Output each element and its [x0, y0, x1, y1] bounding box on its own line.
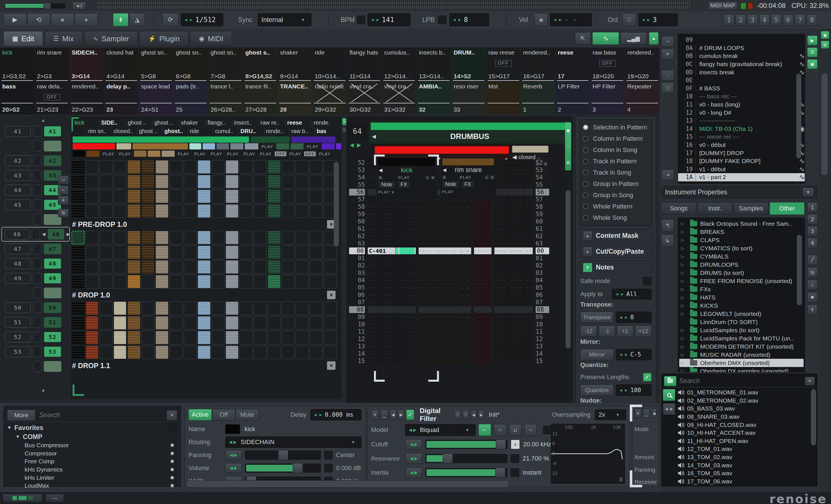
matrix-cell[interactable] — [198, 160, 210, 174]
track-routing[interactable]: 3 — [593, 106, 596, 113]
dsp-chain-scrollbar[interactable] — [187, 480, 509, 487]
instrument-row[interactable]: 14 MIDI: TB-03 (Cha 1) ◉ — [678, 125, 805, 133]
matrix-cell[interactable] — [127, 301, 141, 315]
view-tab[interactable]: ∿Sampler — [84, 31, 138, 46]
sequence-mute-checkbox[interactable] — [33, 170, 41, 181]
matrix-track-name[interactable]: ghost .. — [152, 119, 179, 126]
matrix-cell[interactable] — [254, 331, 267, 345]
graph-menu-icon[interactable]: ☰ — [619, 477, 623, 482]
matrix-cell[interactable] — [99, 260, 113, 274]
octave-button[interactable]: 1 — [724, 14, 734, 26]
track-routing[interactable]: 4>G14 — [107, 73, 125, 80]
routing-dropdown[interactable]: ◀ ▶SIDECHAIN▼ — [225, 437, 362, 448]
matrix-cell[interactable] — [114, 260, 126, 274]
matrix-cell[interactable] — [170, 245, 182, 259]
matrix-cell[interactable] — [226, 275, 238, 289]
fx-cell[interactable] — [474, 350, 491, 357]
instrument-row[interactable]: 10 --- bass rec --- — [678, 92, 805, 100]
octave-button[interactable]: 7 — [795, 14, 805, 26]
section-close-icon[interactable]: × — [327, 291, 336, 299]
matrix-cell[interactable] — [155, 260, 169, 274]
matrix-cell[interactable] — [268, 316, 281, 330]
expander-arrow-icon[interactable]: ▼ — [7, 425, 11, 430]
folder-row[interactable]: ▷ Oberheim DMX (unsorted) — [679, 359, 804, 367]
matrix-cell[interactable] — [240, 204, 253, 218]
matrix-cell[interactable] — [212, 189, 225, 203]
scope-option[interactable]: Column in Song — [583, 146, 649, 154]
add-column-icon[interactable]: + — [378, 175, 383, 180]
preserve-lengths-checkbox[interactable]: ✓ — [643, 373, 652, 381]
pattern-row[interactable]: 62 62 — [349, 233, 570, 240]
matrix-track-name[interactable]: rim sn.. — [86, 128, 112, 135]
view-tab[interactable]: ▦Edit — [3, 31, 43, 46]
matrix-cell[interactable] — [170, 175, 182, 188]
closed-hat-note-cell[interactable] — [494, 306, 533, 313]
instrument-small-view-button[interactable]: ▫ — [661, 70, 674, 81]
matrix-cell[interactable] — [155, 245, 169, 259]
matrix-track-name[interactable]: ghost .. — [126, 119, 152, 126]
closed-hat-note-cell[interactable] — [494, 269, 533, 276]
pattern-row[interactable]: 07 07 — [349, 299, 570, 306]
matrix-cell[interactable] — [282, 160, 295, 174]
pattern-row[interactable]: 04 04 — [349, 276, 570, 284]
matrix-cell[interactable] — [170, 346, 182, 359]
track-play-label[interactable]: PLAY — [258, 151, 273, 156]
model-dropdown[interactable]: ◀ ▶Biquad▼ — [405, 424, 476, 436]
expander-arrow-icon[interactable]: ▷ — [681, 303, 687, 308]
matrix-cell[interactable] — [212, 346, 225, 359]
sequence-position-button[interactable]: 51 — [5, 317, 31, 328]
track-delay-stepper[interactable]: ◀▶0.000 ms — [310, 409, 362, 420]
matrix-cell[interactable] — [212, 245, 225, 259]
track-color-chip[interactable] — [230, 143, 243, 149]
sequence-mute-checkbox[interactable] — [33, 302, 41, 313]
pattern-row[interactable]: 15 15 — [349, 357, 570, 365]
fx-cell[interactable] — [474, 336, 491, 343]
preset-name[interactable]: Init* — [489, 411, 499, 418]
pattern-length-inc[interactable]: ▶ — [357, 142, 361, 148]
matrix-cell[interactable] — [155, 346, 169, 359]
track-routing[interactable]: 7>G8 — [210, 73, 225, 80]
instrument-large-view-button[interactable]: ▢ — [661, 83, 674, 93]
scope-option[interactable]: Whole Song — [583, 214, 649, 221]
editor-side-toolbar[interactable]: ▣⇔▤ — [565, 122, 571, 170]
rim-snare-note-cell[interactable] — [419, 328, 471, 335]
sequencer-row[interactable]: ◀ ▶ — [1, 286, 70, 300]
section-title[interactable]: # DROP 1.1 — [72, 362, 110, 370]
matrix-cell[interactable] — [282, 260, 295, 274]
matrix-cell[interactable] — [71, 231, 85, 244]
home-icon[interactable]: ⌂ — [807, 280, 818, 290]
search-icon[interactable] — [663, 389, 675, 401]
lower-panel-toggle[interactable]: ▤ — [821, 41, 829, 49]
expander-arrow-icon[interactable]: ▷ — [681, 229, 687, 235]
matrix-cell[interactable] — [99, 245, 113, 259]
matrix-cell[interactable] — [282, 301, 295, 315]
sequencer-row[interactable]: 48 ◀ 48 ▶ — [1, 256, 70, 271]
master-volume-slider[interactable] — [4, 3, 65, 8]
matrix-cell[interactable] — [296, 160, 309, 174]
matrix-track-name[interactable]: cumul.. — [213, 128, 238, 135]
track-header[interactable]: rendered.. 22>G23 — [69, 81, 104, 115]
expander-arrow-icon[interactable]: ▷ — [681, 369, 687, 373]
oversampling-dropdown[interactable]: 2x▼ — [595, 409, 626, 420]
track-routing[interactable]: 32 — [419, 106, 425, 113]
instrument-row[interactable]: 12 v0 - long D# ∿ — [678, 109, 805, 117]
device-close-button[interactable]: × — [371, 410, 379, 420]
closed-hat-note-cell[interactable] — [494, 350, 533, 357]
matrix-cell[interactable] — [86, 160, 98, 174]
folder-row[interactable]: ▷ KICKS — [679, 301, 804, 309]
matrix-cell[interactable] — [254, 346, 267, 359]
closed-hat-note-cell[interactable] — [494, 218, 533, 225]
track-off-button[interactable]: Off — [212, 409, 235, 420]
fx-column-label[interactable]: FX — [461, 181, 474, 188]
fx-cell[interactable] — [474, 358, 491, 364]
instrument-unselect-button[interactable]: − — [661, 36, 674, 47]
kick-note-cell[interactable] — [368, 240, 416, 247]
track-header[interactable]: trance fil.. 27>G28 — [243, 81, 278, 115]
pattern-row[interactable]: 59 59 — [349, 210, 570, 218]
matrix-cell[interactable] — [310, 175, 323, 188]
track-routing[interactable]: 15>G17 — [488, 73, 510, 80]
matrix-cell[interactable] — [198, 346, 210, 359]
fx-column-label[interactable]: FX — [397, 181, 410, 188]
closed-hat-note-cell[interactable] — [494, 358, 533, 364]
track-color-chip[interactable] — [203, 143, 215, 149]
